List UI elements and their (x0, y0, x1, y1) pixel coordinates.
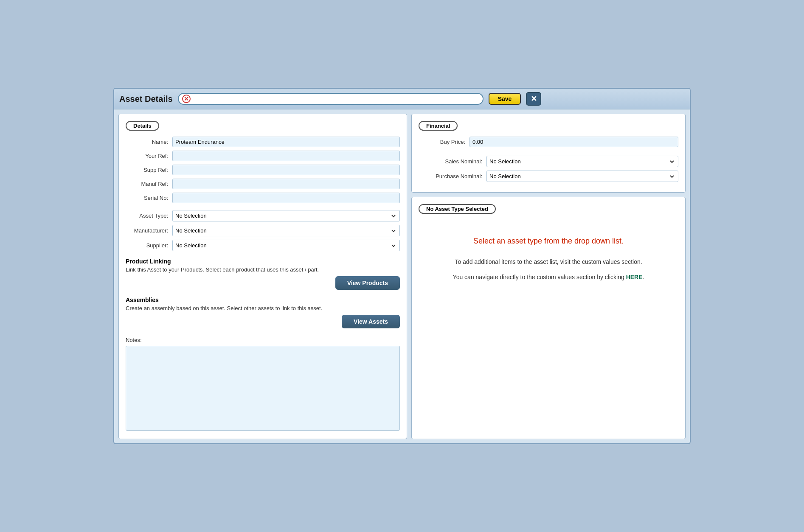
assemblies-title: Assemblies (126, 297, 400, 303)
product-linking-title: Product Linking (126, 258, 400, 265)
supplier-select[interactable]: No Selection (172, 240, 400, 251)
supplier-label: Supplier: (126, 242, 168, 249)
nav-period: . (643, 274, 644, 280)
supplier-row: Supplier: No Selection (126, 240, 400, 251)
search-input[interactable] (193, 96, 479, 102)
asset-type-info: To add additional items to the asset lis… (419, 258, 678, 265)
sales-nominal-label: Sales Nominal: (419, 158, 482, 165)
asset-type-panel: No Asset Type Selected Select an asset t… (411, 197, 686, 439)
serial-no-input[interactable] (172, 193, 400, 203)
here-link[interactable]: HERE (626, 274, 643, 280)
supp-ref-input[interactable] (172, 165, 400, 175)
assemblies-desc: Create an assembly based on this asset. … (126, 305, 400, 311)
manufacturer-label: Manufacturer: (126, 227, 168, 234)
window-title: Asset Details (119, 94, 173, 104)
notes-textarea[interactable] (126, 346, 400, 431)
your-ref-input[interactable] (172, 151, 400, 161)
notes-label: Notes: (126, 337, 400, 343)
purchase-nominal-label: Purchase Nominal: (419, 173, 482, 179)
supp-ref-label: Supp Ref: (126, 167, 168, 173)
asset-type-message: Select an asset type from the drop down … (419, 237, 678, 246)
manuf-ref-label: Manuf Ref: (126, 181, 168, 187)
name-row: Name: (126, 137, 400, 147)
close-button[interactable]: ✕ (526, 92, 541, 106)
view-products-button[interactable]: View Products (335, 276, 400, 290)
title-bar: Asset Details ✕ Save ✕ (114, 89, 690, 109)
name-input[interactable] (172, 137, 400, 147)
notes-section: Notes: (126, 337, 400, 432)
buy-price-label: Buy Price: (419, 139, 465, 145)
asset-type-nav: You can navigate directly to the custom … (419, 274, 678, 280)
your-ref-row: Your Ref: (126, 151, 400, 161)
serial-no-label: Serial No: (126, 195, 168, 201)
search-bar: ✕ (178, 93, 484, 105)
view-assets-button[interactable]: View Assets (342, 315, 400, 328)
manuf-ref-row: Manuf Ref: (126, 179, 400, 189)
asset-type-nav-text: You can navigate directly to the custom … (453, 274, 624, 280)
save-button[interactable]: Save (489, 93, 521, 105)
main-content: Details Name: Your Ref: Supp Ref: Manuf … (114, 109, 690, 443)
serial-no-row: Serial No: (126, 193, 400, 203)
view-products-container: View Products (126, 276, 400, 290)
supp-ref-row: Supp Ref: (126, 165, 400, 175)
right-panel: Financial Buy Price: Sales Nominal: No S… (411, 114, 686, 439)
manufacturer-row: Manufacturer: No Selection (126, 225, 400, 236)
details-tab-label: Details (126, 121, 159, 131)
asset-details-window: Asset Details ✕ Save ✕ Details Name: You… (113, 88, 691, 444)
view-assets-container: View Assets (126, 315, 400, 328)
buy-price-input[interactable] (469, 137, 678, 147)
your-ref-label: Your Ref: (126, 153, 168, 159)
sales-nominal-row: Sales Nominal: No Selection (419, 156, 678, 167)
buy-price-row: Buy Price: (419, 137, 678, 147)
asset-type-row: Asset Type: No Selection (126, 210, 400, 221)
close-icon: ✕ (531, 94, 537, 104)
name-label: Name: (126, 139, 168, 145)
asset-type-panel-label: No Asset Type Selected (419, 204, 496, 214)
asset-type-select[interactable]: No Selection (172, 210, 400, 221)
product-linking-desc: Link this Asset to your Products. Select… (126, 266, 400, 273)
asset-type-label: Asset Type: (126, 213, 168, 219)
financial-tab-label: Financial (419, 121, 458, 131)
details-panel: Details Name: Your Ref: Supp Ref: Manuf … (118, 114, 407, 439)
purchase-nominal-row: Purchase Nominal: No Selection (419, 171, 678, 182)
purchase-nominal-select[interactable]: No Selection (486, 171, 678, 182)
manufacturer-select[interactable]: No Selection (172, 225, 400, 236)
search-clear-button[interactable]: ✕ (182, 95, 191, 103)
sales-nominal-select[interactable]: No Selection (486, 156, 678, 167)
financial-panel: Financial Buy Price: Sales Nominal: No S… (411, 114, 686, 193)
manuf-ref-input[interactable] (172, 179, 400, 189)
